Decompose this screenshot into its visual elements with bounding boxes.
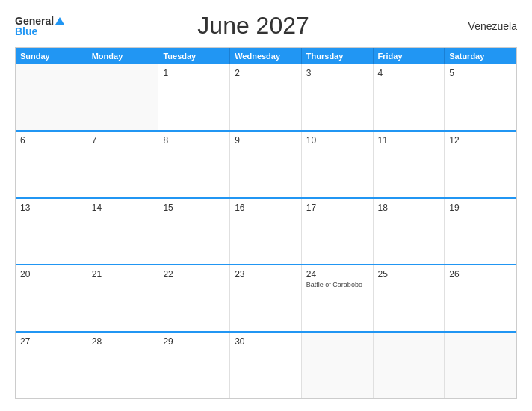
header-sunday: Sunday: [16, 48, 87, 64]
day-cell-18: 18: [374, 199, 445, 265]
day-cell-10: 10: [302, 132, 374, 197]
day-cell-empty: [445, 333, 516, 398]
day-cell-5: 5: [445, 64, 516, 130]
day-cell-22: 22: [158, 265, 230, 331]
day-cell-3: 3: [302, 64, 374, 130]
header-wednesday: Wednesday: [230, 48, 302, 64]
day-cell-30: 30: [230, 333, 302, 398]
header-monday: Monday: [87, 48, 159, 64]
day-cell-24: 24 Battle of Carabobo: [302, 265, 374, 331]
day-cell-empty: [87, 64, 159, 130]
day-cell-7: 7: [87, 132, 159, 197]
day-cell-4: 4: [374, 64, 445, 130]
week-row-3: 13 14 15 16 17 18 19: [16, 197, 516, 265]
day-cell-25: 25: [374, 265, 445, 331]
day-cell-12: 12: [445, 132, 516, 197]
week-row-2: 6 7 8 9 10 11 12: [16, 130, 516, 197]
week-row-4: 20 21 22 23 24 Battle of Carabobo 25 26: [16, 264, 516, 331]
country-name: Venezuela: [442, 20, 517, 32]
day-cell-28: 28: [87, 333, 159, 398]
header-thursday: Thursday: [302, 48, 374, 64]
day-cell-20: 20: [16, 265, 87, 331]
day-cell-empty: [16, 64, 87, 130]
header: General Blue June 2027 Venezuela: [15, 12, 517, 40]
day-cell-27: 27: [16, 333, 87, 398]
day-cell-16: 16: [230, 199, 302, 265]
calendar-grid: Sunday Monday Tuesday Wednesday Thursday…: [15, 47, 517, 399]
logo-blue-text: Blue: [15, 26, 37, 37]
day-cell-empty: [302, 333, 374, 398]
day-cell-17: 17: [302, 199, 374, 265]
calendar-page: General Blue June 2027 Venezuela Sunday …: [0, 0, 532, 411]
day-cell-14: 14: [87, 199, 159, 265]
day-cell-1: 1: [158, 64, 230, 130]
weeks-container: 1 2 3 4 5 6 7 8 9 10 11 12 13 14 15: [16, 64, 516, 398]
logo-triangle-icon: [55, 17, 64, 25]
day-cell-13: 13: [16, 199, 87, 265]
logo-general-text: General: [15, 16, 54, 26]
day-cell-11: 11: [374, 132, 445, 197]
day-headers-row: Sunday Monday Tuesday Wednesday Thursday…: [16, 48, 516, 64]
event-battle-carabobo: Battle of Carabobo: [306, 281, 368, 289]
month-title: June 2027: [64, 12, 442, 40]
day-cell-26: 26: [445, 265, 516, 331]
header-tuesday: Tuesday: [158, 48, 230, 64]
day-cell-9: 9: [230, 132, 302, 197]
week-row-5: 27 28 29 30: [16, 331, 516, 398]
day-cell-6: 6: [16, 132, 87, 197]
day-cell-29: 29: [158, 333, 230, 398]
day-cell-19: 19: [445, 199, 516, 265]
header-saturday: Saturday: [445, 48, 516, 64]
day-cell-23: 23: [230, 265, 302, 331]
header-friday: Friday: [374, 48, 445, 64]
logo: General Blue: [15, 16, 64, 37]
day-cell-21: 21: [87, 265, 159, 331]
day-cell-2: 2: [230, 64, 302, 130]
week-row-1: 1 2 3 4 5: [16, 64, 516, 130]
day-cell-8: 8: [158, 132, 230, 197]
day-cell-empty: [374, 333, 445, 398]
day-cell-15: 15: [158, 199, 230, 265]
